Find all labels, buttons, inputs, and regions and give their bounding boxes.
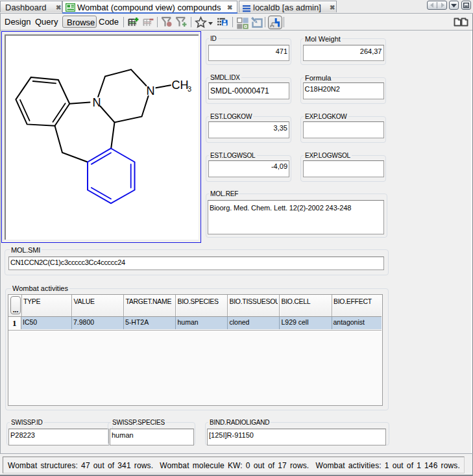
svg-text:CH: CH — [172, 79, 189, 92]
svg-text:N: N — [147, 84, 155, 97]
svg-text:3: 3 — [188, 85, 191, 93]
svg-text:N: N — [93, 96, 101, 109]
